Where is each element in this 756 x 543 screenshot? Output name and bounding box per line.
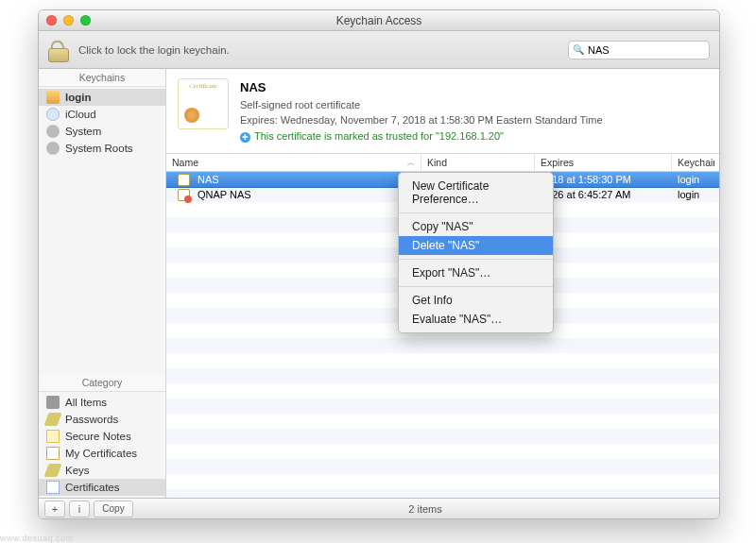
sidebar-item-label: iCloud <box>65 109 96 120</box>
sidebar-item-certificates[interactable]: Certificates <box>39 479 165 496</box>
sidebar-item-system-roots[interactable]: System Roots <box>39 140 165 157</box>
ic-certs-icon <box>46 481 60 494</box>
main-pane: NAS Self-signed root certificate Expires… <box>166 69 719 498</box>
sort-indicator-icon: ︿ <box>407 158 415 168</box>
table-header[interactable]: Name︿ Kind Expires Keychain <box>166 154 719 172</box>
sidebar-item-label: Passwords <box>65 414 118 425</box>
sidebar-item-keys[interactable]: Keys <box>39 462 165 479</box>
sidebar-item-system[interactable]: System <box>39 123 165 140</box>
menu-separator <box>399 286 553 287</box>
sidebar-item-my-certificates[interactable]: My Certificates <box>39 445 165 462</box>
col-expires[interactable]: Expires <box>535 154 672 171</box>
titlebar[interactable]: Keychain Access <box>39 10 719 31</box>
ic-gear-icon <box>46 125 60 138</box>
menu-item[interactable]: Get Info <box>399 291 553 310</box>
sidebar-item-label: System Roots <box>65 143 133 154</box>
detail-expires: Expires: Wednesday, November 7, 2018 at … <box>240 112 603 128</box>
detail-kind: Self-signed root certificate <box>240 97 603 113</box>
col-kind[interactable]: Kind <box>421 154 535 171</box>
menu-item[interactable]: Export "NAS"… <box>399 263 553 282</box>
certificate-row-icon <box>178 189 190 201</box>
ic-key-icon <box>43 464 61 477</box>
row-expires: 2026 at 6:45:27 AM <box>535 186 672 203</box>
sidebar-item-label: login <box>65 92 91 103</box>
ic-folder-icon <box>46 91 60 104</box>
sidebar-item-login[interactable]: login <box>39 89 165 106</box>
lock-hint-text: Click to lock the login keychain. <box>78 44 230 56</box>
ic-key-icon <box>43 413 61 426</box>
sidebar-item-label: Certificates <box>65 482 120 493</box>
sidebar-item-label: Secure Notes <box>65 431 131 442</box>
sidebar-item-label: All Items <box>65 397 107 408</box>
certificate-row-icon <box>178 174 190 186</box>
menu-item[interactable]: Evaluate "NAS"… <box>399 310 553 329</box>
sidebar-category-header: Category <box>39 374 165 392</box>
col-keychain[interactable]: Keychain <box>672 154 714 171</box>
certificate-detail: NAS Self-signed root certificate Expires… <box>166 69 719 154</box>
col-name[interactable]: Name︿ <box>166 154 421 171</box>
ic-note-icon <box>46 430 60 443</box>
menu-separator <box>399 212 553 213</box>
search-input[interactable] <box>588 44 718 56</box>
certificate-icon <box>178 78 229 129</box>
menu-item[interactable]: Delete "NAS" <box>399 236 553 255</box>
lock-icon[interactable] <box>48 38 69 62</box>
ic-gear-icon <box>46 142 60 155</box>
menu-item[interactable]: New Certificate Preference… <box>399 177 553 209</box>
add-button[interactable]: + <box>44 501 65 518</box>
menu-separator <box>399 259 553 260</box>
keychain-access-window: Keychain Access Click to lock the login … <box>38 9 720 519</box>
ic-allkey-icon <box>46 396 60 409</box>
table-body[interactable]: NAS2018 at 1:58:30 PMloginQNAP NAS2026 a… <box>166 172 719 498</box>
search-icon: 🔍 <box>573 44 584 55</box>
ic-cloud-icon <box>46 108 60 121</box>
copy-button[interactable]: Copy <box>94 501 133 518</box>
search-field[interactable]: 🔍 ✕ <box>568 41 710 59</box>
sidebar-item-secure-notes[interactable]: Secure Notes <box>39 428 165 445</box>
sidebar-item-all-items[interactable]: All Items <box>39 394 165 411</box>
watermark: www.desuaq.com <box>0 534 74 543</box>
sidebar-item-icloud[interactable]: iCloud <box>39 106 165 123</box>
menu-item[interactable]: Copy "NAS" <box>399 217 553 236</box>
row-name: QNAP NAS <box>198 189 251 200</box>
sidebar-keychains-header: Keychains <box>39 69 165 87</box>
sidebar-item-label: My Certificates <box>65 448 137 459</box>
status-bar: + i Copy 2 items <box>39 498 719 518</box>
detail-trust: This certificate is marked as trusted fo… <box>240 128 603 144</box>
window-title: Keychain Access <box>39 14 719 27</box>
row-name: NAS <box>198 174 219 185</box>
sidebar-item-passwords[interactable]: Passwords <box>39 411 165 428</box>
info-button[interactable]: i <box>69 501 90 518</box>
context-menu[interactable]: New Certificate Preference…Copy "NAS"Del… <box>398 172 554 333</box>
detail-name: NAS <box>240 78 603 97</box>
sidebar-item-label: Keys <box>65 465 90 476</box>
item-count: 2 items <box>137 503 713 515</box>
row-keychain: login <box>672 186 714 203</box>
sidebar-item-label: System <box>65 126 101 137</box>
toolbar: Click to lock the login keychain. 🔍 ✕ <box>39 31 719 69</box>
ic-cert-icon <box>46 447 60 460</box>
sidebar: Keychains loginiCloudSystemSystem Roots … <box>39 69 166 498</box>
